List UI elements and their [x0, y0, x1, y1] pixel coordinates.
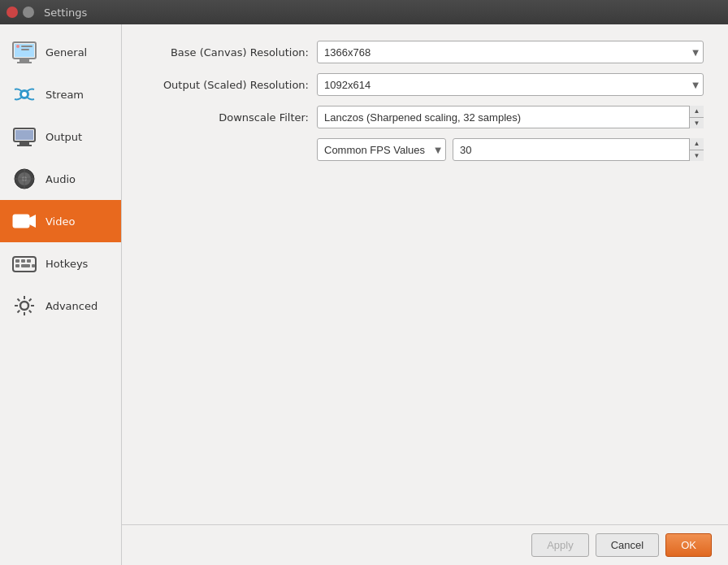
output-resolution-label: Output (Scaled) Resolution:	[146, 79, 317, 91]
sidebar-label-audio: Audio	[46, 173, 76, 185]
main-container: General Stream	[0, 24, 728, 565]
svg-point-4	[16, 45, 20, 48]
sidebar-label-stream: Stream	[46, 89, 84, 101]
sidebar-item-advanced[interactable]: Advanced	[0, 285, 121, 327]
base-resolution-row: Base (Canvas) Resolution: 1366x768 1920x…	[146, 41, 704, 63]
sidebar-label-hotkeys: Hotkeys	[46, 258, 88, 270]
general-icon	[11, 39, 37, 65]
sidebar-item-video[interactable]: Video	[0, 200, 121, 242]
sidebar-item-general[interactable]: General	[0, 31, 121, 73]
downscale-filter-row: Downscale Filter: ▲ ▼	[146, 106, 704, 128]
svg-line-34	[29, 299, 32, 302]
apply-button[interactable]: Apply	[531, 533, 589, 557]
svg-rect-26	[32, 264, 35, 267]
stream-icon	[11, 81, 37, 107]
advanced-icon	[11, 293, 37, 319]
fps-type-select[interactable]: Common FPS Values Integer FPS Value Frac…	[317, 138, 446, 161]
sidebar-label-output: Output	[46, 131, 82, 143]
close-button[interactable]: ×	[6, 7, 18, 18]
svg-rect-2	[20, 59, 29, 62]
ok-button[interactable]: OK	[665, 533, 712, 557]
svg-rect-5	[21, 46, 32, 47]
audio-icon	[11, 166, 37, 192]
output-resolution-row: Output (Scaled) Resolution: 1092x614 192…	[146, 73, 704, 96]
base-resolution-wrapper: 1366x768 1920x1080 1280x720 ▼	[317, 41, 704, 63]
svg-point-27	[20, 302, 28, 310]
svg-rect-12	[17, 145, 32, 146]
sidebar-label-video: Video	[46, 215, 75, 228]
svg-rect-22	[21, 259, 25, 263]
svg-rect-24	[15, 264, 20, 267]
output-resolution-select[interactable]: 1092x614 1920x1080 1366x768	[317, 73, 704, 96]
sidebar-item-output[interactable]: Output	[0, 115, 121, 158]
base-resolution-select[interactable]: 1366x768 1920x1080 1280x720	[317, 41, 704, 63]
fps-value-up[interactable]: ▲	[690, 138, 704, 150]
downscale-filter-input[interactable]	[317, 106, 704, 128]
downscale-filter-label: Downscale Filter:	[146, 111, 317, 124]
svg-rect-3	[17, 62, 32, 63]
sidebar-label-general: General	[46, 46, 87, 59]
output-resolution-wrapper: 1092x614 1920x1080 1366x768 ▼	[317, 73, 704, 96]
sidebar-item-stream[interactable]: Stream	[0, 73, 121, 115]
minimize-button[interactable]: –	[23, 7, 34, 18]
sidebar-label-advanced: Advanced	[46, 300, 98, 312]
svg-rect-11	[20, 142, 29, 145]
svg-rect-18	[13, 215, 29, 228]
downscale-filter-down[interactable]: ▼	[690, 118, 704, 129]
window-title: Settings	[44, 7, 87, 19]
downscale-filter-wrapper: ▲ ▼	[317, 106, 704, 128]
fps-value-input[interactable]	[453, 138, 704, 161]
hotkeys-icon	[11, 250, 37, 276]
fps-value-wrapper: ▲ ▼	[453, 138, 704, 161]
svg-rect-23	[27, 259, 31, 263]
fps-type-wrapper: Common FPS Values Integer FPS Value Frac…	[317, 138, 446, 161]
cancel-button[interactable]: Cancel	[596, 533, 659, 557]
output-icon	[11, 124, 37, 150]
downscale-filter-up[interactable]: ▲	[690, 106, 704, 118]
sidebar-item-audio[interactable]: Audio	[0, 158, 121, 200]
footer: Apply Cancel OK	[122, 524, 728, 565]
sidebar: General Stream	[0, 24, 122, 565]
titlebar: × – Settings	[0, 0, 728, 24]
svg-marker-19	[29, 215, 36, 228]
svg-rect-10	[15, 130, 33, 140]
sidebar-item-hotkeys[interactable]: Hotkeys	[0, 242, 121, 285]
video-icon	[11, 208, 37, 234]
svg-line-32	[18, 299, 20, 302]
svg-rect-6	[21, 49, 29, 50]
fps-value-down[interactable]: ▼	[690, 150, 704, 162]
svg-rect-21	[15, 259, 20, 263]
fps-row: Common FPS Values Integer FPS Value Frac…	[146, 138, 704, 161]
svg-rect-25	[21, 264, 30, 267]
svg-line-33	[29, 311, 32, 313]
content-area: Base (Canvas) Resolution: 1366x768 1920x…	[122, 24, 728, 565]
svg-line-35	[18, 311, 20, 313]
base-resolution-label: Base (Canvas) Resolution:	[146, 46, 317, 59]
svg-point-8	[22, 92, 27, 97]
